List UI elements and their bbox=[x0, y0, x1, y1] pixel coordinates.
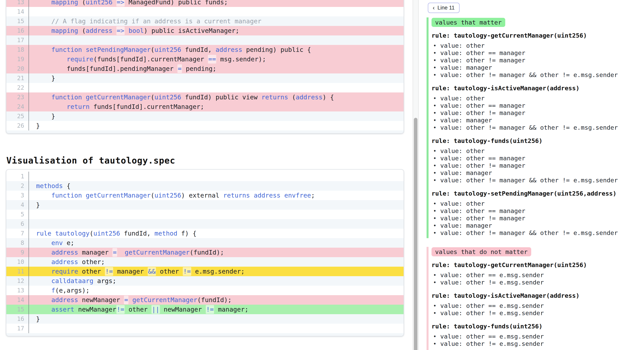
code-line: 1 bbox=[6, 172, 404, 181]
value-item: value: other != manager bbox=[432, 57, 644, 64]
code-text bbox=[28, 210, 404, 219]
value-item: value: other bbox=[432, 147, 644, 155]
value-item: value: other != manager && other != e.ms… bbox=[432, 229, 644, 237]
operator-token: => bbox=[116, 26, 125, 35]
chevron-left-icon: ‹ bbox=[433, 5, 435, 11]
code-line: 23 function getCurrentManager(uint256 fu… bbox=[6, 92, 404, 102]
value-item: value: other == manager bbox=[432, 49, 644, 57]
code-line: 15 // A flag indicating if an address is… bbox=[6, 16, 404, 26]
line-number: 15 bbox=[6, 305, 28, 314]
value-item: value: other == manager bbox=[432, 207, 644, 215]
operator-token: != bbox=[116, 305, 125, 314]
code-line: 11 require other != manager && other != … bbox=[6, 267, 404, 276]
code-line: 5 bbox=[6, 210, 404, 219]
panel-bottom-padding bbox=[6, 131, 404, 133]
line-number: 6 bbox=[6, 219, 28, 229]
rule-heading: rule: tautology-funds(uint256) bbox=[432, 137, 644, 145]
value-item: value: other != manager bbox=[432, 215, 644, 222]
operator-token: != bbox=[183, 267, 191, 276]
rule-heading: rule: tautology-getCurrentManager(uint25… bbox=[432, 261, 644, 269]
value-item: value: other != manager && other != e.ms… bbox=[432, 176, 644, 184]
value-item: value: other == e.msg.sender bbox=[432, 271, 644, 279]
code-text: env e; bbox=[28, 238, 404, 248]
code-text bbox=[28, 83, 404, 92]
value-item: value: other == e.msg.sender bbox=[432, 333, 644, 340]
solidity-code-panel: 13 mapping (uint256 => ManagedFund) publ… bbox=[6, 0, 404, 134]
code-line: 17 bbox=[6, 324, 404, 333]
value-item: value: other != manager && other != e.ms… bbox=[432, 124, 644, 131]
line-number: 26 bbox=[6, 121, 28, 131]
code-text: calldataarg args; bbox=[28, 276, 404, 286]
code-text: // A flag indicating if an address is a … bbox=[28, 16, 404, 26]
line-number: 24 bbox=[6, 102, 28, 111]
line-number: 14 bbox=[6, 295, 28, 305]
line-number: 16 bbox=[6, 26, 28, 35]
code-line: 14 address newManager = getCurrentManage… bbox=[6, 295, 404, 305]
line-number: 11 bbox=[6, 267, 28, 276]
operator-token: => bbox=[116, 0, 125, 6]
line-number: 14 bbox=[6, 7, 28, 16]
line-number: 8 bbox=[6, 238, 28, 248]
code-text: mapping (address => bool) public isActiv… bbox=[28, 26, 404, 35]
value-item: value: other bbox=[432, 42, 644, 49]
line-number: 3 bbox=[6, 191, 28, 200]
code-line: 22 bbox=[6, 83, 404, 92]
code-text: rule tautology(uint256 fundId, method f)… bbox=[28, 229, 404, 238]
operator-token: != bbox=[206, 305, 214, 314]
rule-heading: rule: tautology-getCurrentManager(uint25… bbox=[432, 31, 644, 39]
rule-heading: rule: tautology-setPendingManager(uint25… bbox=[432, 189, 644, 197]
value-item: value: other != e.msg.sender bbox=[432, 309, 644, 317]
spec-code-panel: 12methods {3 function getCurrentManager(… bbox=[6, 169, 404, 336]
line-number: 7 bbox=[6, 229, 28, 238]
line-number: 1 bbox=[6, 172, 28, 181]
code-text bbox=[28, 324, 404, 333]
code-text: f(e,args); bbox=[28, 286, 404, 295]
line-number: 21 bbox=[6, 73, 28, 83]
value-item: value: other == manager bbox=[432, 102, 644, 109]
code-line: 2methods { bbox=[6, 181, 404, 191]
code-text: } bbox=[28, 121, 404, 131]
operator-token: = bbox=[124, 296, 128, 304]
page-title: Visualisation of tautology.spec bbox=[6, 155, 175, 166]
code-line: 9 address manager = getCurrentManager(fu… bbox=[6, 248, 404, 257]
value-item: value: manager bbox=[432, 169, 644, 176]
code-text: funds[fundId].pendingManager = pending; bbox=[28, 64, 404, 73]
code-text: } bbox=[28, 73, 404, 83]
operator-token: = bbox=[178, 64, 182, 73]
code-line: 12 calldataarg args; bbox=[6, 276, 404, 286]
line-number: 2 bbox=[6, 181, 28, 191]
line-number: 15 bbox=[6, 16, 28, 26]
code-line: 13 f(e,args); bbox=[6, 286, 404, 295]
value-item: value: manager bbox=[432, 117, 644, 124]
rule-heading: rule: tautology-funds(uint256) bbox=[432, 322, 644, 330]
code-text bbox=[28, 7, 404, 16]
code-text: } bbox=[28, 111, 404, 121]
section-header-chip: values that do not matter bbox=[432, 247, 531, 256]
value-item: value: other != e.msg.sender bbox=[432, 279, 644, 286]
scrollbar-thumb[interactable] bbox=[414, 118, 418, 350]
code-line: 14 bbox=[6, 7, 404, 16]
value-item: value: other != e.msg.sender bbox=[432, 340, 644, 348]
code-line: 8 env e; bbox=[6, 238, 404, 248]
code-line: 4} bbox=[6, 200, 404, 210]
code-text: assert newManager!= other || newManager … bbox=[28, 305, 404, 314]
back-to-line-button[interactable]: ‹ Line 11 bbox=[428, 2, 460, 13]
code-line: 25 } bbox=[6, 111, 404, 121]
value-item: value: other != manager bbox=[432, 109, 644, 117]
code-line: 16} bbox=[6, 314, 404, 324]
vertical-scrollbar[interactable] bbox=[413, 0, 419, 350]
code-line: 19 require(funds[fundId].currentManager … bbox=[6, 54, 404, 64]
value-item: value: other != manager && other != e.ms… bbox=[432, 71, 644, 79]
code-text: require other != manager && other != e.m… bbox=[28, 267, 404, 276]
rule-heading: rule: tautology-isActiveManager(address) bbox=[432, 84, 644, 92]
operator-token: != bbox=[105, 267, 114, 276]
code-line: 16 mapping (address => bool) public isAc… bbox=[6, 26, 404, 35]
rule-heading: rule: tautology-isActiveManager(address) bbox=[432, 292, 644, 300]
line-number: 17 bbox=[6, 35, 28, 45]
code-line: 26} bbox=[6, 121, 404, 131]
line-number: 5 bbox=[6, 210, 28, 219]
line-number: 25 bbox=[6, 111, 28, 121]
line-number: 12 bbox=[6, 276, 28, 286]
operator-token: || bbox=[152, 305, 160, 314]
code-line: 6 bbox=[6, 219, 404, 229]
